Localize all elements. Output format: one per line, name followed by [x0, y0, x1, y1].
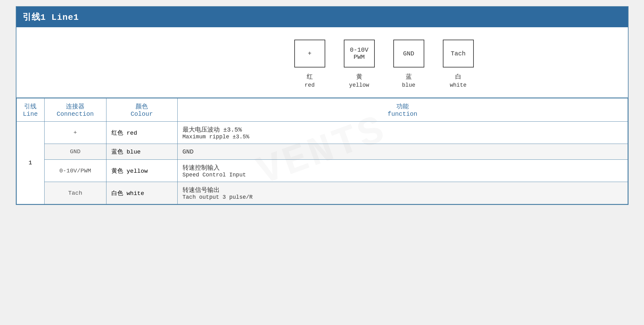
th-connection-zh: 连接器: [50, 102, 101, 110]
cell-function: 最大电压波动 ±3.5%Maximum ripple ±3.5%: [177, 122, 628, 144]
th-function-en: function: [183, 110, 623, 118]
th-colour-zh: 颜色: [111, 102, 172, 110]
diagram-inner: +红red0-10V PWM黄yellowGND蓝blueTach白white: [285, 40, 483, 88]
connector-label-zh-gnd: 蓝: [406, 72, 412, 81]
connector-label-zh-tach: 白: [455, 72, 461, 81]
table-row: 1+红色 red最大电压波动 ±3.5%Maximum ripple ±3.5%: [16, 122, 628, 144]
connector-label-en-tach: white: [450, 82, 466, 88]
th-function: 功能 function: [177, 98, 628, 122]
th-line: 引线 Line: [16, 98, 44, 122]
cell-colour: 白色 white: [106, 182, 177, 204]
connector-block-gnd: GND蓝blue: [384, 40, 434, 88]
connector-box-plus: +: [294, 40, 325, 67]
table-body: 1+红色 red最大电压波动 ±3.5%Maximum ripple ±3.5%…: [16, 122, 628, 204]
main-table: 引线 Line 连接器 Connection 颜色 Colour 功能 func…: [16, 98, 628, 204]
connector-label-en-pwm: yellow: [349, 82, 369, 88]
connector-block-pwm: 0-10V PWM黄yellow: [335, 40, 384, 88]
cell-function: 转速信号输出Tach output 3 pulse/R: [177, 182, 628, 204]
connector-block-plus: +红red: [285, 40, 335, 88]
cell-colour: 黄色 yellow: [106, 160, 177, 182]
th-function-zh: 功能: [183, 102, 623, 110]
cell-colour: 红色 red: [106, 122, 177, 144]
th-connection-en: Connection: [50, 110, 101, 118]
table-row: GND蓝色 blueGND: [16, 144, 628, 160]
th-colour-en: Colour: [111, 110, 172, 118]
th-line-en: Line: [22, 110, 39, 118]
th-colour: 颜色 Colour: [106, 98, 177, 122]
connector-block-tach: Tach白white: [434, 40, 483, 88]
connector-box-pwm: 0-10V PWM: [344, 40, 375, 67]
connector-box-tach: Tach: [443, 40, 474, 67]
page-header: 引线1 Line1: [16, 7, 628, 27]
th-connection: 连接器 Connection: [44, 98, 106, 122]
header-title: 引线1 Line1: [23, 13, 79, 22]
table-wrapper: 引线 Line 连接器 Connection 颜色 Colour 功能 func…: [16, 98, 628, 204]
connector-label-en-gnd: blue: [402, 82, 415, 88]
cell-line-number: 1: [16, 122, 44, 204]
cell-connection: +: [44, 122, 106, 144]
cell-connection: GND: [44, 144, 106, 160]
connector-label-zh-plus: 红: [307, 72, 313, 81]
cell-function: GND: [177, 144, 628, 160]
cell-colour: 蓝色 blue: [106, 144, 177, 160]
cell-connection: Tach: [44, 182, 106, 204]
table-row: 0-10V/PWM黄色 yellow转速控制输入Speed Control In…: [16, 160, 628, 182]
cell-connection: 0-10V/PWM: [44, 160, 106, 182]
cell-function: 转速控制输入Speed Control Input: [177, 160, 628, 182]
diagram-section: +红red0-10V PWM黄yellowGND蓝blueTach白white: [16, 27, 628, 98]
connector-label-zh-pwm: 黄: [356, 72, 362, 81]
table-row: Tach白色 white转速信号输出Tach output 3 pulse/R: [16, 182, 628, 204]
table-header-row: 引线 Line 连接器 Connection 颜色 Colour 功能 func…: [16, 98, 628, 122]
main-container: 引线1 Line1 +红red0-10V PWM黄yellowGND蓝blueT…: [16, 6, 629, 205]
connector-box-gnd: GND: [393, 40, 424, 67]
th-line-zh: 引线: [22, 102, 39, 110]
connector-label-en-plus: red: [305, 82, 314, 88]
